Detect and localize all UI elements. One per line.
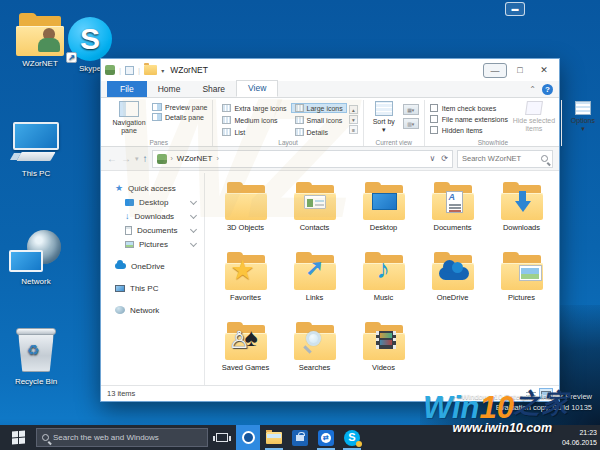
tab-home[interactable]: Home [147, 82, 192, 97]
taskbar-search-box[interactable]: Search the web and Windows [36, 428, 208, 447]
collapse-ribbon-chevron-icon[interactable]: ⌃ [529, 85, 536, 94]
documents-icon [125, 226, 132, 235]
sidebar-label: Quick access [128, 184, 176, 193]
layout-icon [295, 104, 304, 112]
hidden-items-option[interactable]: Hidden items [430, 126, 508, 134]
maximize-button[interactable]: □ [509, 63, 531, 78]
preview-pane-label: Preview pane [165, 104, 207, 111]
recent-locations-chevron-icon[interactable]: ▾ [135, 155, 139, 163]
layout-list[interactable]: List [218, 127, 290, 137]
folder-item-downloads[interactable]: Downloads [487, 183, 556, 250]
folder-item-pictures[interactable]: Pictures [487, 253, 556, 320]
new-folder-icon[interactable] [144, 65, 157, 75]
layout-details[interactable]: Details [291, 127, 347, 137]
taskbar-clock[interactable]: 21:23 04.06.2015 [562, 428, 600, 446]
ribbon-group-show-hide: Item check boxes File name extensions Hi… [425, 100, 562, 146]
folder-item-3d-objects[interactable]: 3D Objects [211, 183, 280, 250]
add-columns-button[interactable]: ▥▾ [403, 118, 419, 129]
sidebar-item-downloads[interactable]: ↓Downloads [101, 209, 204, 223]
tab-view[interactable]: View [236, 80, 278, 97]
close-button[interactable]: ✕ [533, 63, 555, 78]
tab-file[interactable]: File [107, 81, 147, 97]
file-name-extensions-option[interactable]: File name extensions [430, 115, 508, 123]
store-taskbar-button[interactable] [288, 425, 312, 450]
teamviewer-taskbar-button[interactable]: ⇄ [314, 425, 338, 450]
folder-item-videos[interactable]: Videos [349, 323, 418, 390]
minimize-button[interactable]: — [483, 63, 507, 78]
store-icon [292, 430, 308, 446]
preview-pane-button[interactable]: Preview pane [152, 103, 207, 111]
skype-taskbar-button[interactable]: S [340, 425, 364, 450]
insider-app-button[interactable] [236, 425, 260, 450]
layout-extra-large-icons[interactable]: Extra large icons [218, 103, 290, 113]
qat-customize-chevron-icon[interactable]: ▾ [161, 67, 164, 74]
sidebar-item-documents[interactable]: Documents [101, 223, 204, 237]
search-icon [541, 155, 548, 162]
checkbox-icon[interactable] [430, 104, 438, 112]
layout-small-icons[interactable]: Small icons [291, 115, 347, 125]
address-box[interactable]: › WZorNET › ∨ ⟳ [152, 150, 453, 168]
file-explorer-taskbar-button[interactable] [262, 425, 286, 450]
navigation-pane-button[interactable]: Navigation pane [110, 101, 148, 137]
sort-by-button[interactable]: Sort by▾ [369, 101, 399, 137]
title-bar[interactable]: | | ▾ WZorNET — □ ✕ [101, 59, 559, 81]
folder-item-links[interactable]: ➚ Links [280, 253, 349, 320]
ribbon-group-current-view: Sort by▾ ▦▾ ▥▾ Current view [364, 100, 425, 146]
gallery-scroll-up-button[interactable]: ▴ [349, 105, 358, 114]
folder-content-area[interactable]: 3D Objects Contacts Desktop Documents Do… [205, 173, 559, 385]
folder-item-favorites[interactable]: ★ Favorites [211, 253, 280, 320]
breadcrumb-chevron-icon[interactable]: › [216, 155, 218, 162]
desktop-icon-label: WZorNET [22, 59, 58, 68]
sidebar-item-quick-access[interactable]: ★Quick access [101, 181, 204, 195]
desktop-icon-recycle-bin[interactable]: ♻ Recycle Bin [0, 326, 72, 386]
checkbox-icon[interactable] [430, 126, 438, 134]
start-button[interactable] [0, 425, 36, 450]
breadcrumb[interactable]: WZorNET [177, 154, 213, 163]
sidebar-item-desktop[interactable]: Desktop [101, 195, 204, 209]
navigation-sidebar: ★Quick access Desktop ↓Downloads Documen… [101, 173, 205, 385]
hide-selected-items-button[interactable]: Hide selected items [512, 101, 556, 137]
gallery-scroll-down-button[interactable]: ▾ [349, 115, 358, 124]
sidebar-item-this-pc[interactable]: This PC [101, 281, 204, 295]
layout-large-icons-selected[interactable]: Large icons [291, 103, 347, 113]
layout-label: Small icons [307, 117, 343, 124]
up-button[interactable]: ↑ [143, 153, 148, 164]
search-box[interactable] [457, 150, 553, 168]
item-check-boxes-option[interactable]: Item check boxes [430, 104, 508, 112]
group-caption-panes: Panes [105, 139, 212, 146]
sidebar-label: This PC [130, 284, 158, 293]
task-view-button[interactable] [210, 425, 234, 450]
checkbox-icon[interactable] [430, 115, 438, 123]
folder-item-saved-games[interactable]: ♠♙ Saved Games [211, 323, 280, 390]
floating-capture-widget[interactable]: ▬ [505, 2, 525, 16]
tab-share[interactable]: Share [191, 82, 236, 97]
taskbar-search-placeholder: Search the web and Windows [53, 433, 159, 442]
folder-item-music[interactable]: ♪ Music [349, 253, 418, 320]
refresh-icon[interactable]: ⟳ [441, 154, 448, 163]
details-pane-button[interactable]: Details pane [152, 113, 207, 121]
search-input[interactable] [462, 154, 541, 163]
desktop-icon-this-pc[interactable]: This PC [0, 118, 72, 178]
properties-icon[interactable] [125, 66, 134, 75]
folder-item-searches[interactable]: Searches [280, 323, 349, 390]
folder-item-desktop[interactable]: Desktop [349, 183, 418, 250]
folder-label: Favorites [230, 293, 261, 302]
folder-item-contacts[interactable]: Contacts [280, 183, 349, 250]
help-button[interactable]: ? [542, 84, 553, 95]
address-dropdown-icon[interactable]: ∨ [429, 154, 435, 163]
options-button[interactable]: Options▾ [567, 101, 599, 137]
layout-medium-icons[interactable]: Medium icons [218, 115, 290, 125]
layout-icon [222, 104, 231, 112]
gallery-more-button[interactable]: ≡ [349, 125, 358, 134]
desktop-icon-network[interactable]: Network [0, 226, 72, 286]
folder-item-onedrive[interactable]: OneDrive [418, 253, 487, 320]
folder-item-documents[interactable]: Documents [418, 183, 487, 250]
group-by-button[interactable]: ▦▾ [403, 104, 419, 115]
forward-button[interactable]: → [121, 153, 131, 164]
sidebar-item-pictures[interactable]: Pictures [101, 237, 204, 251]
sidebar-item-network[interactable]: Network [101, 303, 204, 317]
sidebar-item-onedrive[interactable]: OneDrive [101, 259, 204, 273]
this-pc-icon [10, 122, 62, 166]
layout-icon [295, 116, 304, 124]
back-button[interactable]: ← [107, 153, 117, 164]
